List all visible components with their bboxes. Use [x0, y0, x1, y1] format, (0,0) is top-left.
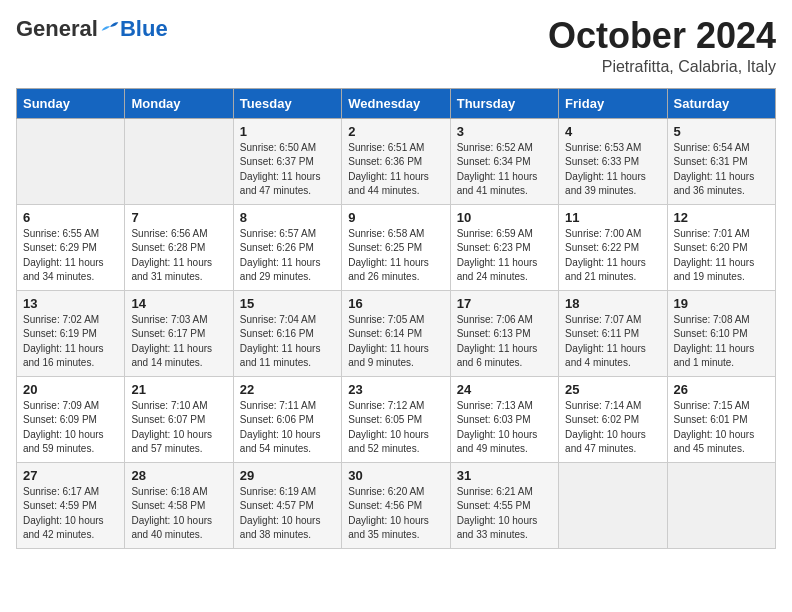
day-number: 27 — [23, 468, 118, 483]
calendar-cell: 27Sunrise: 6:17 AMSunset: 4:59 PMDayligh… — [17, 462, 125, 548]
day-info: Sunrise: 6:55 AMSunset: 6:29 PMDaylight:… — [23, 227, 118, 285]
day-info: Sunrise: 7:08 AMSunset: 6:10 PMDaylight:… — [674, 313, 769, 371]
calendar-cell: 16Sunrise: 7:05 AMSunset: 6:14 PMDayligh… — [342, 290, 450, 376]
day-number: 9 — [348, 210, 443, 225]
day-number: 10 — [457, 210, 552, 225]
day-number: 29 — [240, 468, 335, 483]
calendar-cell: 29Sunrise: 6:19 AMSunset: 4:57 PMDayligh… — [233, 462, 341, 548]
calendar-week-5: 27Sunrise: 6:17 AMSunset: 4:59 PMDayligh… — [17, 462, 776, 548]
day-number: 5 — [674, 124, 769, 139]
calendar-cell: 5Sunrise: 6:54 AMSunset: 6:31 PMDaylight… — [667, 118, 775, 204]
calendar-cell: 3Sunrise: 6:52 AMSunset: 6:34 PMDaylight… — [450, 118, 558, 204]
day-info: Sunrise: 6:18 AMSunset: 4:58 PMDaylight:… — [131, 485, 226, 543]
day-number: 8 — [240, 210, 335, 225]
day-info: Sunrise: 7:13 AMSunset: 6:03 PMDaylight:… — [457, 399, 552, 457]
calendar-cell: 15Sunrise: 7:04 AMSunset: 6:16 PMDayligh… — [233, 290, 341, 376]
calendar-cell: 2Sunrise: 6:51 AMSunset: 6:36 PMDaylight… — [342, 118, 450, 204]
calendar-cell — [667, 462, 775, 548]
calendar-cell: 13Sunrise: 7:02 AMSunset: 6:19 PMDayligh… — [17, 290, 125, 376]
weekday-header-friday: Friday — [559, 88, 667, 118]
day-info: Sunrise: 7:02 AMSunset: 6:19 PMDaylight:… — [23, 313, 118, 371]
day-info: Sunrise: 7:03 AMSunset: 6:17 PMDaylight:… — [131, 313, 226, 371]
day-info: Sunrise: 6:20 AMSunset: 4:56 PMDaylight:… — [348, 485, 443, 543]
day-number: 15 — [240, 296, 335, 311]
day-info: Sunrise: 6:56 AMSunset: 6:28 PMDaylight:… — [131, 227, 226, 285]
logo-bird-icon — [100, 20, 120, 38]
calendar-cell: 7Sunrise: 6:56 AMSunset: 6:28 PMDaylight… — [125, 204, 233, 290]
weekday-header-thursday: Thursday — [450, 88, 558, 118]
day-number: 12 — [674, 210, 769, 225]
calendar-cell: 24Sunrise: 7:13 AMSunset: 6:03 PMDayligh… — [450, 376, 558, 462]
day-number: 4 — [565, 124, 660, 139]
day-info: Sunrise: 7:14 AMSunset: 6:02 PMDaylight:… — [565, 399, 660, 457]
location-subtitle: Pietrafitta, Calabria, Italy — [548, 58, 776, 76]
title-block: October 2024 Pietrafitta, Calabria, Ital… — [548, 16, 776, 76]
day-number: 30 — [348, 468, 443, 483]
day-number: 3 — [457, 124, 552, 139]
day-number: 26 — [674, 382, 769, 397]
calendar-header: SundayMondayTuesdayWednesdayThursdayFrid… — [17, 88, 776, 118]
day-number: 1 — [240, 124, 335, 139]
day-info: Sunrise: 6:50 AMSunset: 6:37 PMDaylight:… — [240, 141, 335, 199]
day-info: Sunrise: 7:10 AMSunset: 6:07 PMDaylight:… — [131, 399, 226, 457]
weekday-header-wednesday: Wednesday — [342, 88, 450, 118]
day-info: Sunrise: 7:01 AMSunset: 6:20 PMDaylight:… — [674, 227, 769, 285]
calendar-cell: 17Sunrise: 7:06 AMSunset: 6:13 PMDayligh… — [450, 290, 558, 376]
day-info: Sunrise: 7:04 AMSunset: 6:16 PMDaylight:… — [240, 313, 335, 371]
day-info: Sunrise: 6:57 AMSunset: 6:26 PMDaylight:… — [240, 227, 335, 285]
calendar-cell: 23Sunrise: 7:12 AMSunset: 6:05 PMDayligh… — [342, 376, 450, 462]
weekday-header-monday: Monday — [125, 88, 233, 118]
day-info: Sunrise: 7:00 AMSunset: 6:22 PMDaylight:… — [565, 227, 660, 285]
day-info: Sunrise: 7:15 AMSunset: 6:01 PMDaylight:… — [674, 399, 769, 457]
weekday-header-saturday: Saturday — [667, 88, 775, 118]
day-number: 13 — [23, 296, 118, 311]
weekday-header-tuesday: Tuesday — [233, 88, 341, 118]
calendar-cell — [125, 118, 233, 204]
logo: General Blue — [16, 16, 168, 42]
calendar-cell: 14Sunrise: 7:03 AMSunset: 6:17 PMDayligh… — [125, 290, 233, 376]
logo-general-text: General — [16, 16, 98, 42]
calendar-cell: 4Sunrise: 6:53 AMSunset: 6:33 PMDaylight… — [559, 118, 667, 204]
calendar-body: 1Sunrise: 6:50 AMSunset: 6:37 PMDaylight… — [17, 118, 776, 548]
day-number: 18 — [565, 296, 660, 311]
day-number: 24 — [457, 382, 552, 397]
calendar-cell: 12Sunrise: 7:01 AMSunset: 6:20 PMDayligh… — [667, 204, 775, 290]
calendar-table: SundayMondayTuesdayWednesdayThursdayFrid… — [16, 88, 776, 549]
day-number: 25 — [565, 382, 660, 397]
day-info: Sunrise: 6:54 AMSunset: 6:31 PMDaylight:… — [674, 141, 769, 199]
day-info: Sunrise: 7:07 AMSunset: 6:11 PMDaylight:… — [565, 313, 660, 371]
calendar-week-3: 13Sunrise: 7:02 AMSunset: 6:19 PMDayligh… — [17, 290, 776, 376]
day-number: 17 — [457, 296, 552, 311]
day-info: Sunrise: 6:21 AMSunset: 4:55 PMDaylight:… — [457, 485, 552, 543]
day-info: Sunrise: 6:51 AMSunset: 6:36 PMDaylight:… — [348, 141, 443, 199]
weekday-header-sunday: Sunday — [17, 88, 125, 118]
day-info: Sunrise: 6:53 AMSunset: 6:33 PMDaylight:… — [565, 141, 660, 199]
calendar-cell: 19Sunrise: 7:08 AMSunset: 6:10 PMDayligh… — [667, 290, 775, 376]
day-number: 16 — [348, 296, 443, 311]
calendar-cell: 11Sunrise: 7:00 AMSunset: 6:22 PMDayligh… — [559, 204, 667, 290]
day-number: 19 — [674, 296, 769, 311]
day-number: 2 — [348, 124, 443, 139]
day-info: Sunrise: 7:12 AMSunset: 6:05 PMDaylight:… — [348, 399, 443, 457]
month-title: October 2024 — [548, 16, 776, 56]
calendar-cell: 8Sunrise: 6:57 AMSunset: 6:26 PMDaylight… — [233, 204, 341, 290]
calendar-cell: 18Sunrise: 7:07 AMSunset: 6:11 PMDayligh… — [559, 290, 667, 376]
calendar-cell: 28Sunrise: 6:18 AMSunset: 4:58 PMDayligh… — [125, 462, 233, 548]
calendar-week-4: 20Sunrise: 7:09 AMSunset: 6:09 PMDayligh… — [17, 376, 776, 462]
day-info: Sunrise: 6:17 AMSunset: 4:59 PMDaylight:… — [23, 485, 118, 543]
day-info: Sunrise: 6:19 AMSunset: 4:57 PMDaylight:… — [240, 485, 335, 543]
calendar-cell: 1Sunrise: 6:50 AMSunset: 6:37 PMDaylight… — [233, 118, 341, 204]
day-info: Sunrise: 7:06 AMSunset: 6:13 PMDaylight:… — [457, 313, 552, 371]
weekday-row: SundayMondayTuesdayWednesdayThursdayFrid… — [17, 88, 776, 118]
calendar-cell: 26Sunrise: 7:15 AMSunset: 6:01 PMDayligh… — [667, 376, 775, 462]
logo-blue-text: Blue — [120, 16, 168, 42]
page-header: General Blue October 2024 Pietrafitta, C… — [16, 16, 776, 76]
calendar-cell: 9Sunrise: 6:58 AMSunset: 6:25 PMDaylight… — [342, 204, 450, 290]
day-number: 11 — [565, 210, 660, 225]
calendar-cell: 10Sunrise: 6:59 AMSunset: 6:23 PMDayligh… — [450, 204, 558, 290]
day-number: 6 — [23, 210, 118, 225]
day-number: 20 — [23, 382, 118, 397]
day-number: 31 — [457, 468, 552, 483]
calendar-cell: 30Sunrise: 6:20 AMSunset: 4:56 PMDayligh… — [342, 462, 450, 548]
calendar-week-1: 1Sunrise: 6:50 AMSunset: 6:37 PMDaylight… — [17, 118, 776, 204]
